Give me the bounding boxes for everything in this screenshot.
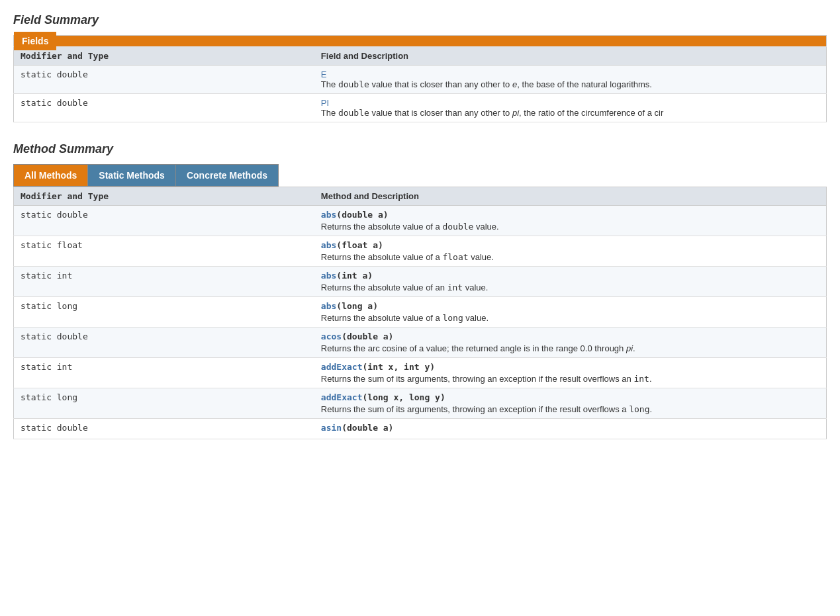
method-description: addExact(int x, int y)Returns the sum of…: [314, 358, 827, 388]
tab-static-methods[interactable]: Static Methods: [87, 164, 175, 187]
method-modifier: static double: [14, 419, 314, 439]
method-params: (double a): [336, 210, 388, 220]
method-tabs-bar: All Methods Static Methods Concrete Meth…: [13, 164, 827, 187]
fields-table: Fields Modifier and Type Field and Descr…: [13, 35, 827, 122]
fields-col-modifier-header: Modifier and Type: [14, 47, 314, 66]
method-description: acos(double a)Returns the arc cosine of …: [314, 328, 827, 358]
table-row: static doubleabs(double a)Returns the ab…: [14, 206, 827, 236]
method-name-link[interactable]: asin: [321, 423, 342, 433]
method-name-link[interactable]: abs: [321, 271, 336, 281]
method-description: asin(double a): [314, 419, 827, 439]
method-params: (double a): [342, 331, 393, 341]
method-signature: acos(double a): [321, 331, 394, 341]
method-params: (long a): [336, 301, 378, 311]
method-modifier: static int: [14, 358, 314, 388]
tab-concrete-methods[interactable]: Concrete Methods: [175, 164, 279, 187]
field-modifier: static double: [14, 66, 314, 94]
method-desc-text: Returns the arc cosine of a value; the r…: [321, 343, 819, 353]
method-name-link[interactable]: abs: [321, 240, 336, 250]
method-name-link[interactable]: acos: [321, 331, 342, 341]
field-summary-title: Field Summary: [13, 13, 827, 27]
method-summary-title: Method Summary: [13, 142, 827, 156]
methods-col-desc-header: Method and Description: [314, 187, 827, 206]
field-desc-text: The double value that is closer than any…: [321, 108, 819, 118]
method-signature: asin(double a): [321, 423, 394, 433]
method-desc-text: Returns the absolute value of a double v…: [321, 222, 819, 232]
fields-table-caption-cell: Fields: [14, 36, 827, 47]
methods-table: Modifier and Type Method and Description…: [13, 187, 827, 439]
method-description: abs(long a)Returns the absolute value of…: [314, 297, 827, 328]
fields-col-desc-header: Field and Description: [314, 47, 827, 66]
fields-table-caption-label: Fields: [14, 32, 56, 50]
fields-table-header-row: Modifier and Type Field and Description: [14, 47, 827, 66]
method-signature: abs(int a): [321, 271, 373, 281]
field-name-link[interactable]: PI: [321, 98, 329, 108]
table-row: static floatabs(float a)Returns the abso…: [14, 236, 827, 267]
method-name-link[interactable]: abs: [321, 210, 336, 220]
method-params: (double a): [342, 423, 393, 433]
methods-table-header-row: Modifier and Type Method and Description: [14, 187, 827, 206]
method-modifier: static double: [14, 328, 314, 358]
field-summary-section: Field Summary Fields Modifier and Type F…: [13, 13, 827, 122]
table-row: static longaddExact(long x, long y)Retur…: [14, 388, 827, 419]
table-row: static doubleacos(double a)Returns the a…: [14, 328, 827, 358]
method-name-link[interactable]: addExact: [321, 392, 363, 402]
table-row: static doubleEThe double value that is c…: [14, 66, 827, 94]
method-params: (int a): [336, 271, 373, 281]
table-row: static doublePIThe double value that is …: [14, 94, 827, 122]
method-params: (long x, long y): [362, 392, 445, 402]
method-desc-text: Returns the sum of its arguments, throwi…: [321, 404, 819, 414]
table-row: static intabs(int a)Returns the absolute…: [14, 267, 827, 297]
method-description: abs(float a)Returns the absolute value o…: [314, 236, 827, 267]
method-description: abs(double a)Returns the absolute value …: [314, 206, 827, 236]
method-modifier: static double: [14, 206, 314, 236]
methods-col-modifier-header: Modifier and Type: [14, 187, 314, 206]
table-row: static intaddExact(int x, int y)Returns …: [14, 358, 827, 388]
method-modifier: static int: [14, 267, 314, 297]
method-signature: abs(float a): [321, 240, 383, 250]
method-params: (int x, int y): [362, 362, 435, 372]
method-desc-text: Returns the absolute value of a long val…: [321, 313, 819, 323]
tab-all-methods[interactable]: All Methods: [13, 164, 87, 187]
method-modifier: static long: [14, 388, 314, 419]
method-desc-text: Returns the sum of its arguments, throwi…: [321, 374, 819, 384]
method-name-link[interactable]: addExact: [321, 362, 363, 372]
method-signature: abs(long a): [321, 301, 378, 311]
method-signature: addExact(int x, int y): [321, 362, 435, 372]
method-description: addExact(long x, long y)Returns the sum …: [314, 388, 827, 419]
methods-table-body: static doubleabs(double a)Returns the ab…: [14, 206, 827, 439]
field-desc-text: The double value that is closer than any…: [321, 79, 819, 89]
method-summary-section: Method Summary All Methods Static Method…: [13, 142, 827, 439]
method-modifier: static float: [14, 236, 314, 267]
field-name-link[interactable]: E: [321, 69, 327, 79]
method-desc-text: Returns the absolute value of a float va…: [321, 252, 819, 262]
table-row: static doubleasin(double a): [14, 419, 827, 439]
field-modifier: static double: [14, 94, 314, 122]
method-signature: abs(double a): [321, 210, 389, 220]
method-desc-text: Returns the absolute value of an int val…: [321, 283, 819, 292]
method-name-link[interactable]: abs: [321, 301, 336, 311]
fields-table-caption-row: Fields: [14, 36, 827, 47]
field-description: PIThe double value that is closer than a…: [314, 94, 827, 122]
table-row: static longabs(long a)Returns the absolu…: [14, 297, 827, 328]
field-description: EThe double value that is closer than an…: [314, 66, 827, 94]
method-signature: addExact(long x, long y): [321, 392, 445, 402]
method-description: abs(int a)Returns the absolute value of …: [314, 267, 827, 297]
fields-table-body: static doubleEThe double value that is c…: [14, 66, 827, 122]
method-params: (float a): [336, 240, 383, 250]
method-modifier: static long: [14, 297, 314, 328]
